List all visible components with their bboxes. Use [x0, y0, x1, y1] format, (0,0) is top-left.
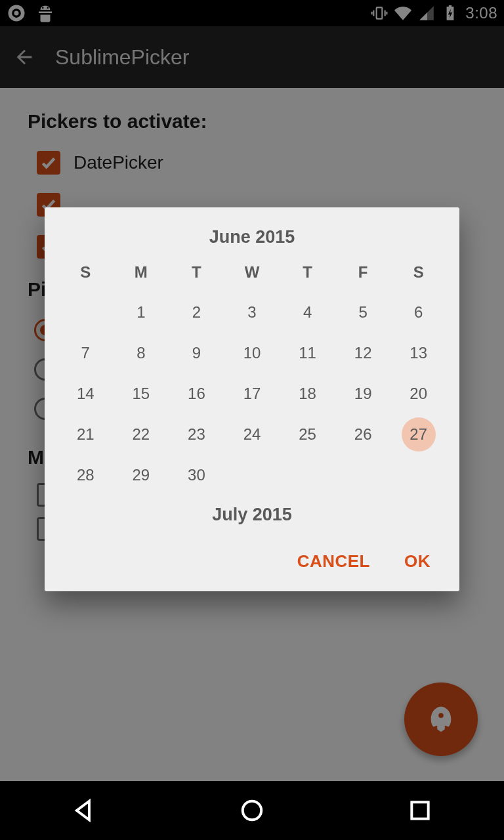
day-cell[interactable]: 12 — [335, 334, 391, 372]
dialog-actions: CANCEL OK — [45, 542, 459, 583]
day-cell[interactable]: 9 — [169, 334, 224, 372]
day-cell[interactable]: 10 — [224, 334, 280, 372]
day-cell[interactable]: 23 — [169, 415, 224, 453]
weekday-label: F — [335, 257, 391, 288]
weekday-label: S — [390, 257, 446, 288]
weekday-label: W — [224, 257, 280, 288]
day-cell[interactable]: 2 — [169, 293, 224, 331]
day-cell[interactable]: 29 — [114, 456, 169, 494]
day-cell[interactable]: 17 — [224, 375, 280, 413]
day-cell[interactable]: 7 — [58, 334, 114, 372]
day-cell[interactable]: 3 — [224, 293, 280, 331]
date-picker-dialog: June 2015 SMTWTFS 1234567891011121314151… — [45, 207, 459, 591]
day-cell[interactable]: 22 — [114, 415, 169, 453]
day-cell[interactable]: 20 — [390, 375, 446, 413]
screen: 3:08 SublimePicker Pickers to activate: … — [0, 0, 504, 840]
day-cell[interactable]: 24 — [224, 415, 280, 453]
svg-point-12 — [243, 801, 262, 820]
day-cell[interactable]: 13 — [390, 334, 446, 372]
weekday-label: T — [169, 257, 224, 288]
day-cell[interactable]: 28 — [58, 456, 114, 494]
days-grid: 1234567891011121314151617181920212223242… — [45, 293, 459, 494]
day-cell[interactable]: 15 — [114, 375, 169, 413]
cancel-button[interactable]: CANCEL — [297, 551, 370, 572]
day-cell[interactable]: 11 — [280, 334, 335, 372]
nav-recent-icon[interactable] — [408, 798, 432, 823]
day-cell[interactable]: 30 — [169, 456, 224, 494]
weekday-label: S — [58, 257, 114, 288]
weekday-label: T — [280, 257, 335, 288]
day-cell[interactable]: 21 — [58, 415, 114, 453]
nav-back-icon[interactable] — [72, 798, 96, 823]
day-cell[interactable]: 16 — [169, 375, 224, 413]
day-cell[interactable]: 26 — [335, 415, 391, 453]
day-cell[interactable]: 4 — [280, 293, 335, 331]
day-cell[interactable]: 8 — [114, 334, 169, 372]
ok-button[interactable]: OK — [404, 551, 430, 572]
day-cell[interactable]: 18 — [280, 375, 335, 413]
day-cell[interactable]: 5 — [335, 293, 391, 331]
svg-rect-13 — [411, 802, 428, 818]
next-month-title: July 2015 — [45, 505, 459, 525]
day-cell[interactable]: 25 — [280, 415, 335, 453]
nav-home-icon[interactable] — [240, 798, 264, 823]
weekday-label: M — [114, 257, 169, 288]
day-cell[interactable]: 19 — [335, 375, 391, 413]
month-title: June 2015 — [45, 227, 459, 247]
navigation-bar — [0, 781, 504, 840]
weekday-header: SMTWTFS — [45, 257, 459, 288]
day-cell[interactable]: 27 — [390, 415, 446, 453]
day-cell[interactable]: 1 — [114, 293, 169, 331]
day-cell[interactable]: 6 — [390, 293, 446, 331]
day-cell[interactable]: 14 — [58, 375, 114, 413]
